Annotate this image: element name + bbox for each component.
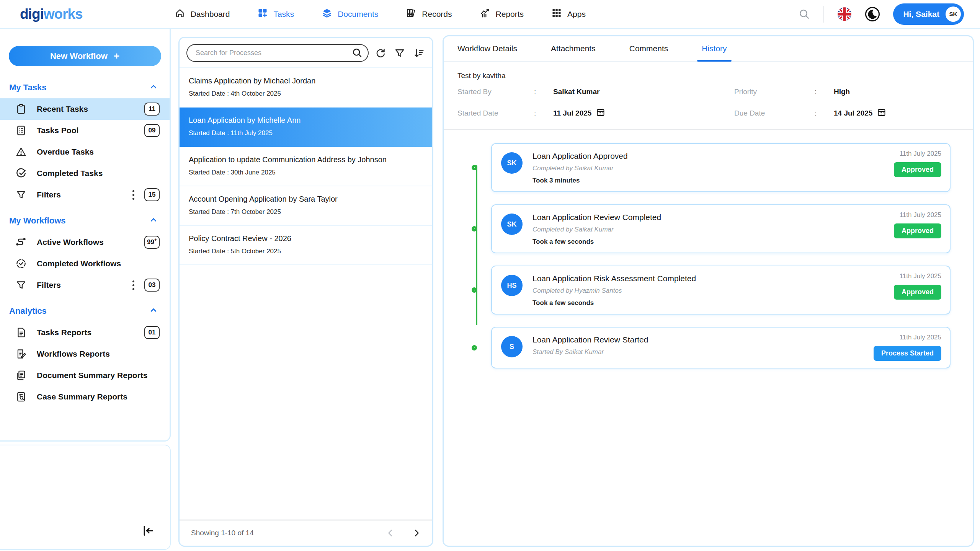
process-list: Claims Application by Michael Jordan Sta… xyxy=(180,67,432,520)
nav-label: Tasks xyxy=(273,10,294,19)
workflow-note: Test by kavitha xyxy=(444,62,973,82)
nav-item-dashboard[interactable]: Dashboard xyxy=(175,8,230,20)
filter-funnel-icon xyxy=(15,189,27,201)
section-header-my-tasks[interactable]: My Tasks xyxy=(0,82,170,93)
sidebar-column: New Workflow + My Tasks Recent Tasks 11 … xyxy=(0,29,171,550)
kebab-menu-icon[interactable] xyxy=(131,189,136,201)
status-badge: Approved xyxy=(894,223,941,238)
history-card: SK Loan Application Approved Completed b… xyxy=(491,143,951,192)
nav-item-tasks[interactable]: Tasks xyxy=(257,8,294,20)
previous-page-icon[interactable] xyxy=(386,529,395,537)
digiworks-logo[interactable]: digiworks xyxy=(20,6,83,22)
process-search-row xyxy=(180,38,432,67)
document-search-icon xyxy=(15,391,27,403)
count-badge: 15 xyxy=(144,188,160,201)
tab-attachments[interactable]: Attachments xyxy=(551,36,596,61)
dark-mode-moon-icon[interactable] xyxy=(865,7,880,22)
field-priority: Priority : High xyxy=(704,88,950,96)
tab-history[interactable]: History xyxy=(702,36,727,61)
sidebar-item-tasks-reports[interactable]: Tasks Reports 01 xyxy=(0,322,170,343)
search-icon[interactable] xyxy=(798,8,810,20)
timeline-node xyxy=(472,165,477,170)
process-list-panel: Claims Application by Michael Jordan Sta… xyxy=(178,37,433,547)
history-duration: Took a few seconds xyxy=(532,238,894,246)
history-row: S Loan Application Review Started Starte… xyxy=(491,327,951,368)
sidebar-item-label: Active Workflows xyxy=(37,238,144,247)
process-title: Account Opening Application by Sara Tayl… xyxy=(189,195,423,204)
plus-icon: + xyxy=(114,50,119,62)
process-started-date: Started Date : 7th October 2025 xyxy=(189,208,423,216)
route-icon xyxy=(15,236,27,248)
next-page-icon[interactable] xyxy=(412,529,421,537)
history-date: 11th July 2025 xyxy=(900,150,941,158)
history-date: 11th July 2025 xyxy=(900,334,941,341)
timeline-node xyxy=(472,226,477,231)
sort-descending-icon[interactable] xyxy=(412,46,426,60)
status-badge: Process Started xyxy=(874,346,941,361)
history-title: Loan Application Risk Assessment Complet… xyxy=(532,274,894,283)
filter-funnel-icon xyxy=(15,279,27,291)
history-duration: Took a few seconds xyxy=(532,299,894,307)
sidebar-item-tasks-pool[interactable]: Tasks Pool 09 xyxy=(0,120,170,141)
logo-text-works: works xyxy=(44,6,83,22)
kebab-menu-icon[interactable] xyxy=(131,279,136,292)
clipboard-icon xyxy=(15,103,27,115)
timeline-connector xyxy=(476,165,477,325)
process-list-item[interactable]: Application to update Communication Addr… xyxy=(180,147,432,186)
filter-funnel-icon[interactable] xyxy=(392,46,407,60)
process-list-item[interactable]: Policy Contract Review - 2026 Started Da… xyxy=(180,226,432,265)
sidebar-item-label: Tasks Pool xyxy=(37,126,144,135)
process-list-item[interactable]: Claims Application by Michael Jordan Sta… xyxy=(180,68,432,108)
refresh-icon[interactable] xyxy=(373,46,388,60)
nav-item-documents[interactable]: Documents xyxy=(322,8,378,20)
section-header-my-workflows[interactable]: My Workflows xyxy=(0,215,170,226)
section-header-analytics[interactable]: Analytics xyxy=(0,306,170,316)
sidebar-item-label: Overdue Tasks xyxy=(37,147,160,156)
sidebar-item-recent-tasks[interactable]: Recent Tasks 11 xyxy=(0,98,170,120)
sidebar-item-completed-tasks[interactable]: Completed Tasks xyxy=(0,163,170,184)
process-title: Application to update Communication Addr… xyxy=(189,155,423,164)
history-card: SK Loan Application Review Completed Com… xyxy=(491,204,951,253)
user-greeting-button[interactable]: Hi, Saikat SK xyxy=(893,3,964,25)
calendar-icon xyxy=(877,108,886,119)
pagination-bar: Showing 1-10 of 14 xyxy=(180,520,432,546)
process-list-item-selected[interactable]: Loan Application by Michelle Ann Started… xyxy=(180,108,432,147)
sidebar: New Workflow + My Tasks Recent Tasks 11 … xyxy=(0,29,171,442)
process-list-item[interactable]: Account Opening Application by Sara Tayl… xyxy=(180,186,432,226)
new-workflow-button[interactable]: New Workflow + xyxy=(9,46,161,66)
sidebar-item-document-summary-reports[interactable]: Document Summary Reports xyxy=(0,365,170,386)
history-row: SK Loan Application Approved Completed b… xyxy=(491,143,951,192)
nav-item-records[interactable]: Records xyxy=(406,8,452,20)
timeline-node xyxy=(472,345,477,350)
sidebar-item-completed-workflows[interactable]: Completed Workflows xyxy=(0,253,170,274)
top-navbar: digiworks Dashboard Tasks Documents Reco… xyxy=(0,0,980,29)
process-title: Loan Application by Michelle Ann xyxy=(189,116,423,125)
search-input[interactable] xyxy=(186,44,369,62)
nav-label: Apps xyxy=(567,10,586,19)
sidebar-item-workflows-reports[interactable]: Workflows Reports xyxy=(0,343,170,365)
sidebar-item-label: Tasks Reports xyxy=(37,328,144,337)
history-title: Loan Application Approved xyxy=(532,152,894,161)
avatar: S xyxy=(501,336,523,357)
sidebar-item-filters-tasks[interactable]: Filters 15 xyxy=(0,184,170,205)
warning-triangle-icon xyxy=(15,146,27,158)
sidebar-item-label: Document Summary Reports xyxy=(37,371,160,380)
workflow-fields: Started By : Saikat Kumar Priority : Hig… xyxy=(444,82,973,129)
calendar-icon xyxy=(596,108,605,119)
field-started-date: Started Date : 11 Jul 2025 xyxy=(457,108,704,119)
tab-workflow-details[interactable]: Workflow Details xyxy=(457,36,517,61)
chevron-up-icon xyxy=(149,306,158,316)
sidebar-footer-card xyxy=(0,445,171,550)
process-title: Policy Contract Review - 2026 xyxy=(189,234,423,243)
nav-item-reports[interactable]: Reports xyxy=(480,8,524,20)
language-flag-icon[interactable] xyxy=(837,7,852,21)
nav-item-apps[interactable]: Apps xyxy=(551,8,586,20)
sidebar-item-overdue-tasks[interactable]: Overdue Tasks xyxy=(0,141,170,163)
sidebar-item-case-summary-reports[interactable]: Case Summary Reports xyxy=(0,386,170,408)
tab-comments[interactable]: Comments xyxy=(629,36,668,61)
sidebar-item-filters-workflows[interactable]: Filters 03 xyxy=(0,274,170,296)
count-badge: 03 xyxy=(144,279,160,292)
user-avatar: SK xyxy=(946,7,961,22)
collapse-sidebar-icon[interactable] xyxy=(142,524,155,538)
sidebar-item-active-workflows[interactable]: Active Workflows 99+ xyxy=(0,231,170,253)
